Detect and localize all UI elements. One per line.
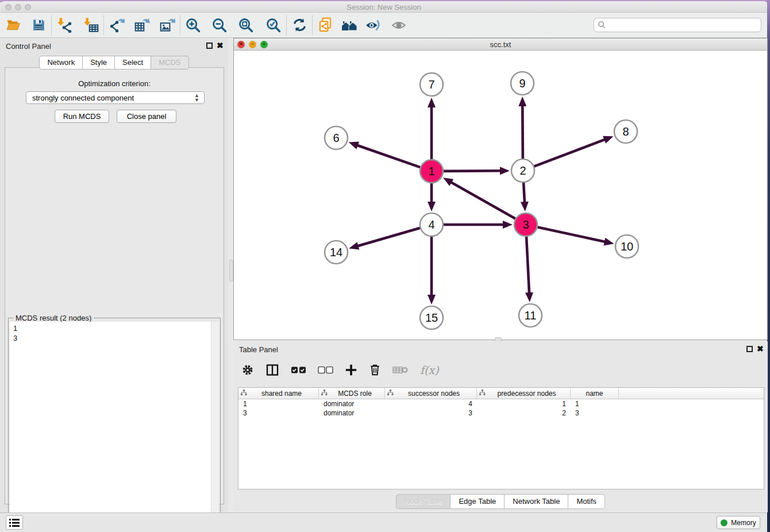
table-options-gear-icon[interactable]: [241, 364, 254, 376]
column-header-predecessor-nodes[interactable]: predecessor nodes: [477, 388, 571, 399]
graph-node-label: 1: [428, 165, 434, 178]
tab-motifs[interactable]: Motifs: [568, 494, 605, 509]
hide-selected-icon[interactable]: [365, 16, 382, 34]
select-stepper-icon: ▲▼: [194, 93, 199, 102]
import-table-icon[interactable]: [82, 16, 99, 34]
run-mcds-button[interactable]: Run MCDS: [55, 110, 109, 123]
tab-network[interactable]: Network: [39, 56, 83, 70]
mcds-result-scrollbar[interactable]: [211, 322, 219, 531]
export-table-icon[interactable]: [133, 16, 151, 34]
graph-edge-arrow: [603, 238, 614, 246]
apply-preferred-layout-icon[interactable]: [291, 16, 308, 34]
column-header-successor-nodes[interactable]: successor nodes: [385, 388, 477, 399]
control-panel-float-button[interactable]: [206, 43, 213, 49]
graph-node-label: 15: [425, 311, 438, 324]
optimization-criterion-select[interactable]: strongly connected component ▲▼: [26, 91, 205, 104]
table-panel: Table Panel ✖ f(x) shared nameMCDS roles…: [233, 341, 768, 512]
open-session-icon[interactable]: [5, 16, 22, 34]
graph-edge-1-6[interactable]: [356, 145, 422, 168]
delete-column-icon[interactable]: [369, 364, 381, 376]
graph-edge-arrow: [349, 242, 359, 249]
graph-edge-arrow: [428, 98, 436, 107]
save-session-icon[interactable]: [30, 16, 47, 34]
column-header-label: predecessor nodes: [486, 390, 568, 398]
zoom-fit-icon[interactable]: [237, 16, 255, 34]
graph-edge-1-2[interactable]: [442, 171, 502, 171]
export-image-icon[interactable]: [159, 16, 176, 34]
select-all-columns-icon[interactable]: [291, 365, 306, 375]
table-cell[interactable]: 3: [238, 408, 319, 418]
table-cell[interactable]: 3: [385, 408, 477, 418]
graph-edge-3-10[interactable]: [536, 227, 606, 242]
export-network-icon[interactable]: [108, 16, 125, 34]
table-panel-header: Table Panel ✖: [233, 341, 768, 356]
toolbar-separator: [51, 16, 52, 35]
tab-network-table[interactable]: Network Table: [505, 494, 568, 509]
deselect-all-columns-icon[interactable]: [318, 365, 333, 375]
table-cell[interactable]: 1: [238, 399, 319, 408]
clone-network-icon[interactable]: [317, 16, 334, 34]
graph-edge-arrow: [349, 142, 359, 149]
graph-node-label: 9: [519, 77, 525, 90]
graph-node-label: 2: [519, 164, 526, 177]
column-type-icon: [321, 390, 328, 398]
graph-edge-2-8[interactable]: [533, 139, 606, 167]
add-column-icon[interactable]: [345, 364, 357, 376]
table-row-0[interactable]: 1dominator411: [238, 399, 764, 408]
table-row-1[interactable]: 3dominator323: [238, 408, 764, 418]
node-table: shared nameMCDS rolesuccessor nodesprede…: [238, 387, 764, 489]
table-cell[interactable]: 1: [477, 399, 571, 408]
close-panel-button[interactable]: Close panel: [117, 110, 176, 123]
show-all-icon[interactable]: [390, 16, 407, 34]
table-cell[interactable]: dominator: [319, 399, 385, 408]
network-canvas[interactable]: 7968124314101511: [234, 51, 767, 340]
control-panel-close-icon[interactable]: ✖: [217, 41, 224, 50]
table-panel-title: Table Panel: [239, 345, 278, 354]
search-input[interactable]: [594, 18, 761, 32]
table-cell[interactable]: dominator: [319, 408, 385, 418]
graph-edge-3-11[interactable]: [526, 235, 529, 294]
table-cell[interactable]: 2: [477, 408, 571, 418]
task-history-button[interactable]: [6, 515, 23, 530]
mcds-tab-content: Optimization criterion: strongly connect…: [5, 67, 224, 504]
column-header-name[interactable]: name: [571, 388, 619, 399]
graph-edge-arrow: [428, 202, 436, 211]
show-columns-icon[interactable]: [265, 363, 279, 377]
control-panel: Control Panel ✖ NetworkStyleSelectMCDS O…: [0, 38, 228, 512]
tab-mcds[interactable]: MCDS: [151, 56, 188, 70]
tab-edge-table[interactable]: Edge Table: [451, 494, 505, 509]
memory-button[interactable]: Memory: [717, 516, 760, 529]
graph-node-label: 10: [621, 240, 633, 253]
first-neighbors-icon[interactable]: [341, 16, 358, 34]
table-panel-float-button[interactable]: [746, 346, 753, 352]
window-title: Session: New Session: [1, 3, 767, 11]
toolbar-separator: [286, 16, 287, 35]
import-network-icon[interactable]: [56, 16, 73, 34]
graph-edge-2-3[interactable]: [523, 181, 525, 203]
zoom-selected-icon[interactable]: [265, 16, 282, 34]
graph-edge-arrow: [525, 292, 533, 302]
column-header-mcds-role[interactable]: MCDS role: [319, 388, 385, 399]
column-type-icon: [241, 390, 247, 398]
mcds-result-textarea[interactable]: 1 3: [10, 322, 211, 531]
splitter-handle[interactable]: [229, 260, 233, 282]
column-header-shared-name[interactable]: shared name: [238, 388, 319, 399]
table-cell[interactable]: 3: [571, 408, 619, 418]
table-panel-tabs: Node TableEdge TableNetwork TableMotifs: [233, 494, 768, 509]
zoom-in-icon[interactable]: [184, 16, 202, 34]
tab-select[interactable]: Select: [115, 56, 151, 70]
table-panel-close-icon[interactable]: ✖: [757, 344, 764, 353]
column-header-label: MCDS role: [328, 390, 382, 398]
graph-edge-arrow: [603, 136, 613, 144]
tab-node-table[interactable]: Node Table: [396, 494, 451, 509]
tab-style[interactable]: Style: [83, 56, 115, 70]
table-cell[interactable]: 1: [571, 399, 619, 408]
graph-edge-4-14[interactable]: [357, 228, 422, 246]
mcds-result-title: MCDS result (2 nodes): [13, 314, 94, 322]
graph-edge-3-1[interactable]: [450, 182, 517, 219]
table-cell[interactable]: 4: [385, 399, 477, 408]
zoom-out-icon[interactable]: [211, 16, 228, 34]
graph-edge-2-9[interactable]: [522, 105, 523, 160]
graph-edge-arrow: [518, 97, 526, 106]
toolbar-separator: [312, 16, 313, 35]
